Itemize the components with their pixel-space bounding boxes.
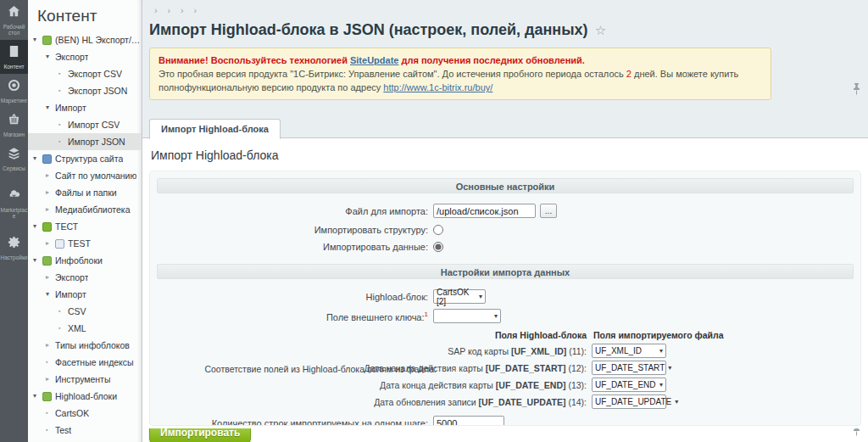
- tree-marker-icon: ▾: [33, 218, 42, 235]
- siteupdate-link[interactable]: SiteUpdate: [350, 55, 398, 65]
- rail-item-content[interactable]: Контент: [0, 40, 28, 74]
- rail-item-shop[interactable]: Магазин: [0, 108, 28, 142]
- sidebar-item[interactable]: ▪ Test: [28, 422, 142, 439]
- tree-marker-icon: ▾: [33, 150, 42, 167]
- tree-node-icon: [42, 154, 52, 164]
- import-structure-radio[interactable]: [433, 225, 443, 235]
- sidebar-item-label: CartsOK: [55, 408, 89, 418]
- sidebar-item[interactable]: ▸ Экспорт: [28, 269, 142, 286]
- rows-count-label: Количество строк импортируемых на одном …: [157, 418, 433, 427]
- tree-node-icon: [42, 222, 52, 232]
- tree-marker-icon: ▪: [58, 82, 68, 99]
- shop-icon: [8, 113, 20, 129]
- bitrix-admin-window: Рабочий стол Контент Маркетинг Магазин С…: [0, 0, 868, 442]
- sidebar-item[interactable]: ▾ Экспорт: [28, 48, 142, 65]
- sidebar-item-label: Импорт: [55, 289, 86, 299]
- file-row: Файл для импорта: ...: [157, 204, 854, 218]
- mapping-field-select[interactable]: UF_DATE_UPDATE: [592, 394, 666, 409]
- marketing-icon: [8, 79, 20, 95]
- mapping-field-code: [UF_DATE_UPDATE]: [479, 397, 566, 407]
- mapping-field-select[interactable]: UF_DATE_START: [592, 361, 666, 375]
- sidebar-item[interactable]: ▪ Фасетные индексы: [28, 354, 142, 371]
- hlblock-select-value: CartsOK [2]: [437, 288, 476, 306]
- buy-link[interactable]: http://www.1c-bitrix.ru/buy/: [383, 82, 492, 92]
- sidebar-item[interactable]: ▾ Импорт: [28, 286, 142, 303]
- key-field-label-text: Поле внешнего ключа:: [326, 311, 425, 322]
- sidebar-item[interactable]: ▾ (BEN) HL Экспорт/Импорт: [28, 31, 142, 48]
- mapping-field-name: SAP код карты: [448, 346, 511, 356]
- rows-count-row: Количество строк импортируемых на одном …: [157, 416, 854, 426]
- hlblock-label: Highload-блок:: [157, 292, 433, 302]
- tree-marker-icon: ▪: [58, 320, 68, 337]
- breadcrumb-link[interactable]: [175, 5, 189, 15]
- tree-marker-icon: ▸: [46, 184, 55, 201]
- sidebar-item[interactable]: ▪ CSV: [28, 303, 142, 320]
- sidebar-item[interactable]: ▾ Инфоблоки: [28, 252, 142, 269]
- sidebar-item[interactable]: ▪ CartsOK: [28, 405, 142, 422]
- breadcrumb: [142, 0, 868, 15]
- sidebar-item[interactable]: ▪ Экспорт CSV: [28, 65, 142, 82]
- breadcrumb-link[interactable]: [189, 5, 203, 15]
- rail-item-desktop[interactable]: Рабочий стол: [0, 0, 28, 40]
- sidebar-item[interactable]: ▪ XML: [28, 320, 142, 337]
- pin-icon[interactable]: [853, 83, 860, 98]
- tree-node-icon: [42, 36, 52, 45]
- tree-marker-icon: ▪: [46, 354, 55, 371]
- rail-item-marketplace[interactable]: Marketplace: [0, 183, 28, 223]
- sidebar-item[interactable]: ▾ Структура сайта: [28, 150, 142, 167]
- rail-item-marketing[interactable]: Маркетинг: [0, 74, 28, 108]
- sidebar-item[interactable]: ▾ ТЕСТ: [28, 218, 142, 235]
- trial-warning-box: Внимание! Воспользуйтесь технологией Sit…: [149, 48, 771, 100]
- hlblock-select[interactable]: CartsOK [2]: [433, 289, 486, 304]
- key-field-row: Поле внешнего ключа:1: [157, 309, 854, 323]
- sidebar-item[interactable]: ▸ Инструменты: [28, 371, 142, 388]
- rail-item-label: Магазин: [0, 131, 28, 137]
- warning-text: Внимание! Воспользуйтесь технологией: [159, 55, 350, 65]
- mapping-row: Дата конца действия карты [UF_DATE_END] …: [157, 378, 854, 392]
- tab-import-highload-block[interactable]: Импорт Highload-блока: [149, 119, 281, 139]
- sidebar-item[interactable]: ▾ Импорт: [28, 99, 142, 116]
- browse-button[interactable]: ...: [540, 204, 557, 218]
- tree-node-icon: [55, 239, 64, 249]
- mapping-select-value: UF_DATE_START: [595, 363, 665, 372]
- tree-marker-icon: ▸: [46, 371, 55, 388]
- rail-item-settings[interactable]: Настройки: [0, 231, 28, 265]
- breadcrumb-link[interactable]: [149, 5, 163, 15]
- rows-count-input[interactable]: [433, 416, 504, 426]
- import-data-label: Импортировать данные:: [157, 242, 433, 252]
- import-file-input[interactable]: [433, 204, 536, 218]
- sidebar-item[interactable]: ▸ Файлы и папки: [28, 184, 142, 201]
- mapping-field-number: (11):: [566, 346, 587, 356]
- sidebar-item[interactable]: ▸ Сайт по умолчанию: [28, 167, 142, 184]
- left-icon-rail: Рабочий стол Контент Маркетинг Магазин С…: [0, 0, 28, 442]
- import-data-radio[interactable]: [433, 242, 443, 252]
- mapping-field-select[interactable]: UF_XML_ID: [592, 344, 666, 358]
- sidebar-item-label: Экспорт: [55, 52, 88, 62]
- rail-item-services[interactable]: Сервисы: [0, 142, 28, 176]
- sidebar-item-label: Test: [55, 425, 71, 435]
- sidebar-item[interactable]: ▪ Экспорт: [28, 439, 142, 442]
- favorite-star-icon[interactable]: ☆: [595, 23, 606, 37]
- mapping-field-select[interactable]: UF_DATE_END: [592, 378, 666, 392]
- breadcrumb-link[interactable]: [163, 5, 176, 15]
- tree-marker-icon: ▪: [58, 303, 68, 320]
- sidebar-item-label: Импорт JSON: [68, 137, 125, 147]
- sidebar-item-label: Экспорт CSV: [68, 69, 122, 79]
- warning-line: Внимание! Воспользуйтесь технологией Sit…: [159, 53, 762, 67]
- sidebar-item[interactable]: ▪ Экспорт JSON: [28, 82, 142, 99]
- sidebar-item[interactable]: ▪ Импорт JSON: [28, 133, 142, 150]
- sidebar-item[interactable]: ▸ Типы инфоблоков: [28, 337, 142, 354]
- mapping-row: Дата обновления записи [UF_DATE_UPDATE] …: [157, 394, 854, 409]
- tree-marker-icon: ▾: [46, 48, 55, 65]
- key-field-select[interactable]: [433, 309, 501, 323]
- file-label: Файл для импорта:: [157, 206, 433, 216]
- mapping-field-number: (14):: [565, 397, 587, 407]
- sidebar-item-label: (BEN) HL Экспорт/Импорт: [55, 35, 142, 45]
- sidebar-item[interactable]: ▸ TEST: [28, 235, 142, 252]
- rail-item-label: Контент: [0, 64, 28, 70]
- services-icon: [8, 147, 20, 163]
- sidebar-item[interactable]: ▸ Медиабиблиотека: [28, 201, 142, 218]
- sidebar-item[interactable]: ▪ Импорт CSV: [28, 116, 142, 133]
- sidebar-item-label: Экспорт JSON: [68, 86, 127, 96]
- sidebar-item[interactable]: ▾ Highload-блоки: [28, 388, 142, 405]
